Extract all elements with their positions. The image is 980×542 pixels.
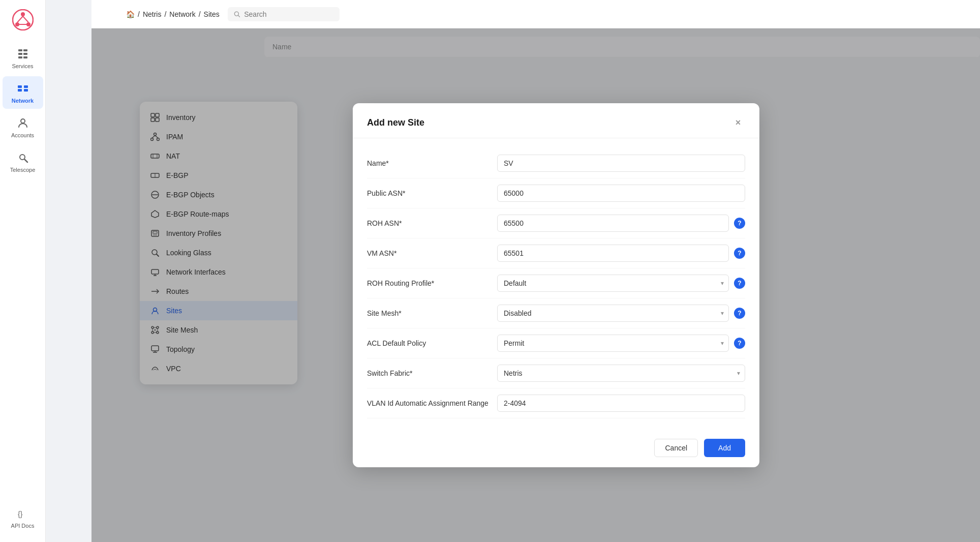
- sidebar-item-accounts[interactable]: Accounts: [3, 111, 43, 143]
- field-switch-fabric-wrap: Netris Other ▾: [497, 365, 745, 382]
- field-acl-default-policy-select-wrap: Permit Deny ▾: [497, 335, 729, 352]
- modal-close-button[interactable]: ×: [731, 115, 745, 130]
- vm-asn-help-icon[interactable]: ?: [734, 248, 745, 259]
- field-site-mesh-select[interactable]: Disabled Enabled: [497, 305, 729, 322]
- logo: [9, 6, 37, 34]
- field-roh-asn-row: ROH ASN* ?: [367, 208, 745, 238]
- svg-line-5: [23, 16, 28, 22]
- api-docs-label: API Docs: [11, 523, 35, 529]
- home-icon: 🏠: [126, 10, 135, 18]
- field-vlan-range-input[interactable]: [497, 395, 745, 412]
- main-content: › 🏠 / Netris / Network / Sites: [91, 0, 980, 542]
- sidebar-item-services[interactable]: Services: [3, 42, 43, 74]
- svg-rect-12: [23, 56, 27, 58]
- add-button[interactable]: Add: [704, 439, 745, 457]
- field-vlan-range-label: VLAN Id Automatic Assignment Range: [367, 399, 489, 407]
- acl-default-policy-help-icon[interactable]: ?: [734, 338, 745, 349]
- field-switch-fabric-select-wrap: Netris Other ▾: [497, 365, 745, 382]
- svg-line-4: [17, 16, 23, 22]
- network-label: Network: [12, 98, 34, 104]
- field-acl-default-policy-label: ACL Default Policy: [367, 339, 489, 347]
- field-roh-asn-input-wrap: ?: [497, 215, 745, 232]
- field-roh-asn-label: ROH ASN*: [367, 219, 489, 227]
- network-icon: [16, 81, 30, 96]
- field-vm-asn-row: VM ASN* ?: [367, 238, 745, 268]
- svg-rect-15: [24, 85, 28, 88]
- field-site-mesh-label: Site Mesh*: [367, 309, 489, 317]
- field-switch-fabric-row: Switch Fabric* Netris Other ▾: [367, 358, 745, 388]
- svg-line-22: [238, 15, 239, 17]
- field-site-mesh-wrap: Disabled Enabled ▾ ?: [497, 305, 745, 322]
- roh-routing-profile-help-icon[interactable]: ?: [734, 278, 745, 289]
- field-vlan-range-row: VLAN Id Automatic Assignment Range: [367, 388, 745, 418]
- field-name-input[interactable]: [497, 155, 745, 172]
- field-name-input-wrap: [497, 155, 745, 172]
- field-roh-asn-input[interactable]: [497, 215, 729, 232]
- breadcrumb-netris[interactable]: Netris: [143, 10, 162, 18]
- roh-asn-help-icon[interactable]: ?: [734, 218, 745, 229]
- services-icon: [16, 47, 30, 61]
- field-acl-default-policy-select[interactable]: Permit Deny: [497, 335, 729, 352]
- cancel-button[interactable]: Cancel: [654, 439, 698, 457]
- telescope-label: Telescope: [10, 167, 36, 173]
- svg-rect-9: [18, 56, 22, 58]
- field-vm-asn-label: VM ASN*: [367, 249, 489, 257]
- breadcrumb-sites[interactable]: Sites: [204, 10, 220, 18]
- field-roh-routing-profile-wrap: Default Custom ▾ ?: [497, 275, 745, 292]
- site-mesh-help-icon[interactable]: ?: [734, 308, 745, 319]
- api-docs-icon: {}: [16, 506, 30, 521]
- breadcrumb-network[interactable]: Network: [169, 10, 195, 18]
- field-acl-default-policy-wrap: Permit Deny ▾ ?: [497, 335, 745, 352]
- breadcrumb: 🏠 / Netris / Network / Sites: [126, 10, 220, 18]
- sidebar-item-telescope[interactable]: Telescope: [3, 145, 43, 178]
- svg-point-17: [21, 119, 25, 123]
- sidebar: Services Network Accounts: [0, 0, 46, 542]
- field-roh-routing-profile-row: ROH Routing Profile* Default Custom ▾ ?: [367, 268, 745, 298]
- field-public-asn-input[interactable]: [497, 185, 745, 202]
- field-acl-default-policy-row: ACL Default Policy Permit Deny ▾ ?: [367, 328, 745, 358]
- search-input[interactable]: [244, 10, 333, 18]
- field-vm-asn-input-wrap: ?: [497, 245, 745, 262]
- field-roh-routing-profile-select[interactable]: Default Custom: [497, 275, 729, 292]
- svg-text:{}: {}: [18, 510, 23, 518]
- sidebar-item-api-docs[interactable]: {} API Docs: [3, 501, 43, 534]
- accounts-label: Accounts: [11, 132, 34, 138]
- field-name-row: Name*: [367, 148, 745, 178]
- svg-point-1: [21, 12, 25, 16]
- field-switch-fabric-select[interactable]: Netris Other: [497, 365, 745, 382]
- accounts-icon: [16, 116, 30, 130]
- field-roh-routing-profile-select-wrap: Default Custom ▾: [497, 275, 729, 292]
- modal-overlay: Add new Site × Name*: [91, 28, 980, 542]
- field-public-asn-label: Public ASN*: [367, 189, 489, 197]
- modal-title: Add new Site: [367, 117, 424, 128]
- content-area: Name Add new Site ×: [91, 28, 980, 542]
- telescope-icon: [16, 150, 30, 165]
- add-site-modal: Add new Site × Name*: [353, 103, 759, 467]
- sidebar-item-network[interactable]: Network: [3, 76, 43, 109]
- svg-rect-13: [18, 85, 22, 88]
- modal-body: Name* Public ASN*: [353, 138, 759, 429]
- search-bar[interactable]: [228, 7, 340, 21]
- svg-rect-8: [18, 53, 22, 55]
- field-public-asn-row: Public ASN*: [367, 178, 745, 208]
- svg-rect-7: [18, 49, 22, 51]
- services-label: Services: [12, 63, 33, 69]
- svg-rect-10: [23, 49, 27, 51]
- field-public-asn-input-wrap: [497, 185, 745, 202]
- field-vm-asn-input[interactable]: [497, 245, 729, 262]
- field-vlan-range-input-wrap: [497, 395, 745, 412]
- svg-rect-11: [23, 53, 27, 55]
- breadcrumb-sep2: /: [164, 10, 166, 18]
- field-site-mesh-select-wrap: Disabled Enabled ▾: [497, 305, 729, 322]
- top-bar: › 🏠 / Netris / Network / Sites: [91, 0, 980, 28]
- modal-footer: Cancel Add: [353, 429, 759, 467]
- field-roh-routing-profile-label: ROH Routing Profile*: [367, 279, 489, 287]
- field-switch-fabric-label: Switch Fabric*: [367, 369, 489, 377]
- search-icon: [234, 11, 240, 18]
- breadcrumb-sep3: /: [199, 10, 201, 18]
- svg-rect-16: [24, 89, 28, 92]
- svg-line-19: [24, 159, 27, 162]
- breadcrumb-sep1: /: [138, 10, 140, 18]
- field-site-mesh-row: Site Mesh* Disabled Enabled ▾ ?: [367, 298, 745, 328]
- modal-header: Add new Site ×: [353, 103, 759, 138]
